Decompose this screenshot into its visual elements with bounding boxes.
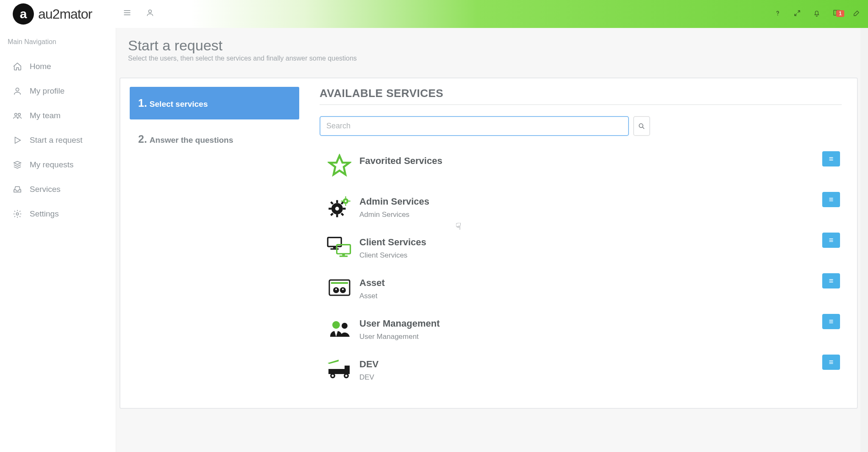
page-scrollbar[interactable]	[860, 0, 868, 452]
sidebar-item-settings[interactable]: Settings	[0, 202, 116, 226]
svg-point-0	[149, 10, 152, 13]
edit-icon[interactable]	[853, 8, 860, 19]
svg-point-5	[16, 213, 19, 215]
wizard-step-answer-questions[interactable]: 2.Answer the questions	[130, 123, 299, 155]
svg-rect-20	[345, 204, 346, 205]
monitors-icon	[323, 234, 356, 260]
stack-icon	[13, 160, 22, 169]
svg-point-34	[342, 288, 344, 290]
service-expand-button[interactable]: ≡	[822, 273, 840, 288]
sidebar-item-label: My profile	[30, 86, 64, 96]
bell-icon[interactable]	[813, 8, 821, 19]
svg-point-42	[345, 375, 348, 377]
wizard-steps: 1.Select services 2.Answer the questions	[130, 87, 299, 391]
service-desc: Asset	[359, 288, 385, 300]
service-expand-button[interactable]: ≡	[822, 192, 840, 207]
service-row-dev[interactable]: DEV DEV ≡	[320, 350, 842, 391]
align-icon: ≡	[829, 317, 834, 326]
svg-rect-19	[345, 196, 346, 198]
svg-rect-10	[336, 214, 338, 217]
sidebar-item-home[interactable]: Home	[0, 54, 116, 79]
service-row-client[interactable]: Client Services Client Services ≡	[320, 228, 842, 269]
people-icon	[323, 316, 356, 341]
service-row-favorites[interactable]: Favorited Services ≡	[320, 147, 842, 188]
service-expand-button[interactable]: ≡	[822, 233, 840, 248]
svg-point-18	[345, 200, 346, 202]
team-icon	[13, 111, 22, 120]
menu-toggle-icon[interactable]	[123, 8, 131, 19]
svg-point-8	[335, 207, 339, 211]
docs-icon[interactable]: 1	[832, 8, 841, 19]
svg-point-6	[639, 124, 643, 128]
play-icon	[13, 136, 22, 145]
sidebar-item-services[interactable]: Services	[0, 177, 116, 202]
service-desc: User Management	[359, 329, 440, 341]
service-desc: DEV	[359, 370, 378, 382]
svg-point-4	[18, 114, 21, 116]
sidebar-item-label: Home	[30, 62, 51, 71]
service-desc: Admin Services	[359, 207, 429, 219]
main-content: Start a request Select the users, then s…	[116, 28, 861, 452]
star-icon	[323, 153, 356, 178]
align-icon: ≡	[829, 277, 834, 286]
inbox-icon	[13, 185, 22, 194]
sidebar-item-label: My team	[30, 111, 61, 120]
svg-rect-14	[341, 213, 344, 216]
help-icon[interactable]	[774, 8, 782, 19]
service-expand-button[interactable]: ≡	[822, 314, 840, 329]
service-title: Favorited Services	[359, 153, 442, 166]
svg-rect-21	[341, 201, 342, 202]
align-icon: ≡	[829, 155, 834, 164]
step-label: Answer the questions	[150, 136, 233, 144]
service-row-admin[interactable]: Admin Services Admin Services ≡	[320, 188, 842, 228]
svg-rect-12	[343, 208, 346, 209]
service-row-user-management[interactable]: User Management User Management ≡	[320, 310, 842, 350]
search-button[interactable]	[633, 116, 650, 136]
step-label: Select services	[150, 100, 208, 108]
truck-icon	[323, 356, 356, 382]
svg-rect-27	[342, 254, 345, 255]
expand-icon[interactable]	[793, 8, 801, 19]
svg-rect-9	[336, 200, 338, 203]
sidebar-heading: Main Navigation	[0, 34, 116, 54]
available-services-heading: AVAILABLE SERVICES	[320, 87, 842, 105]
user-outline-icon[interactable]	[146, 8, 154, 19]
brand-logo[interactable]: a au2mator	[0, 3, 116, 25]
step-number: 1.	[138, 97, 147, 109]
svg-point-40	[332, 375, 334, 377]
svg-rect-38	[345, 366, 350, 374]
svg-rect-37	[328, 369, 347, 374]
page-subtitle: Select the users, then select the servic…	[128, 55, 861, 62]
svg-rect-11	[328, 208, 331, 209]
home-icon	[13, 62, 22, 71]
service-expand-button[interactable]: ≡	[822, 355, 840, 370]
gears-icon	[323, 194, 356, 219]
align-icon: ≡	[829, 195, 834, 204]
svg-point-2	[16, 88, 19, 91]
wizard-card: 1.Select services 2.Answer the questions…	[120, 78, 858, 409]
service-title: User Management	[359, 316, 440, 329]
sidebar: Main Navigation Home My profile My team …	[0, 28, 116, 452]
svg-rect-13	[330, 201, 334, 205]
svg-point-36	[342, 323, 348, 329]
align-icon: ≡	[829, 236, 834, 245]
services-column: AVAILABLE SERVICES Favorited Services ≡	[320, 87, 846, 391]
sidebar-item-profile[interactable]: My profile	[0, 79, 116, 103]
step-number: 2.	[138, 133, 147, 145]
wizard-step-select-services[interactable]: 1.Select services	[130, 87, 299, 119]
service-title: DEV	[359, 356, 378, 370]
sidebar-item-team[interactable]: My team	[0, 103, 116, 128]
svg-point-1	[777, 15, 778, 16]
sidebar-item-my-requests[interactable]: My requests	[0, 153, 116, 177]
svg-rect-16	[330, 213, 334, 216]
sidebar-item-label: My requests	[30, 160, 73, 169]
svg-rect-28	[339, 255, 348, 257]
service-expand-button[interactable]: ≡	[822, 151, 840, 166]
page-title: Start a request	[128, 37, 861, 54]
app-header: a au2mator 1	[0, 0, 868, 28]
service-row-asset[interactable]: Asset Asset ≡	[320, 269, 842, 310]
search-input[interactable]	[320, 116, 629, 136]
user-icon	[13, 86, 22, 96]
service-desc: Client Services	[359, 248, 426, 260]
sidebar-item-start-request[interactable]: Start a request	[0, 128, 116, 153]
